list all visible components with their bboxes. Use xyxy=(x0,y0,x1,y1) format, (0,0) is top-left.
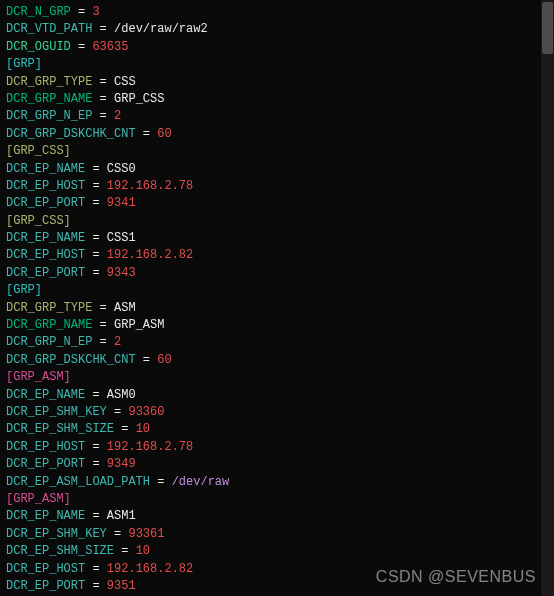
config-line: DCR_EP_HOST = 192.168.2.82 xyxy=(6,247,548,264)
equals-sign: = xyxy=(92,301,114,315)
config-value: 2 xyxy=(114,335,121,349)
equals-sign: = xyxy=(92,92,114,106)
config-key: DCR_VTD_PATH xyxy=(6,22,92,36)
config-value: CSS1 xyxy=(107,231,136,245)
equals-sign: = xyxy=(92,22,114,36)
watermark-text: CSDN @SEVENBUS xyxy=(376,565,536,588)
config-line: DCR_EP_SHM_SIZE = 10 xyxy=(6,421,548,438)
equals-sign: = xyxy=(92,109,114,123)
equals-sign: = xyxy=(85,266,107,280)
config-line: DCR_GRP_DSKCHK_CNT = 60 xyxy=(6,352,548,369)
config-line: DCR_EP_SHM_KEY = 93360 xyxy=(6,404,548,421)
equals-sign: = xyxy=(85,179,107,193)
config-key: DCR_GRP_DSKCHK_CNT xyxy=(6,353,136,367)
equals-sign: = xyxy=(85,440,107,454)
config-key: DCR_EP_NAME xyxy=(6,231,85,245)
equals-sign: = xyxy=(92,75,114,89)
equals-sign: = xyxy=(85,248,107,262)
config-line: DCR_GRP_N_EP = 2 xyxy=(6,108,548,125)
config-key: DCR_EP_PORT xyxy=(6,266,85,280)
equals-sign: = xyxy=(136,127,158,141)
equals-sign: = xyxy=(92,335,114,349)
equals-sign: = xyxy=(71,5,93,19)
config-value: 10 xyxy=(136,544,150,558)
section-header: [GRP_ASM] xyxy=(6,369,548,386)
config-line: DCR_EP_NAME = CSS0 xyxy=(6,161,548,178)
config-value: /dev/raw xyxy=(172,475,230,489)
section-header: [GRP] xyxy=(6,282,548,299)
config-line: DCR_EP_NAME = ASM0 xyxy=(6,387,548,404)
config-key: DCR_EP_PORT xyxy=(6,196,85,210)
config-value: 93360 xyxy=(128,405,164,419)
config-line: DCR_EP_PORT = 9349 xyxy=(6,456,548,473)
config-value: 9343 xyxy=(107,266,136,280)
config-key: DCR_GRP_N_EP xyxy=(6,109,92,123)
config-value: /dev/raw/raw2 xyxy=(114,22,208,36)
equals-sign: = xyxy=(85,457,107,471)
config-key: DCR_EP_HOST xyxy=(6,248,85,262)
config-key: DCR_GRP_TYPE xyxy=(6,301,92,315)
config-value: 9341 xyxy=(107,196,136,210)
config-key: DCR_N_GRP xyxy=(6,5,71,19)
config-line: DCR_GRP_DSKCHK_CNT = 60 xyxy=(6,126,548,143)
config-value: ASM1 xyxy=(107,509,136,523)
config-value: GRP_ASM xyxy=(114,318,164,332)
config-line: DCR_GRP_N_EP = 2 xyxy=(6,334,548,351)
equals-sign: = xyxy=(85,388,107,402)
config-key: DCR_GRP_N_EP xyxy=(6,335,92,349)
config-key: DCR_EP_ASM_LOAD_PATH xyxy=(6,475,150,489)
equals-sign: = xyxy=(85,579,107,593)
config-value: ASM0 xyxy=(107,388,136,402)
config-line: DCR_EP_PORT = 9343 xyxy=(6,265,548,282)
config-key: DCR_EP_SHM_KEY xyxy=(6,527,107,541)
config-line: DCR_GRP_TYPE = CSS xyxy=(6,74,548,91)
config-line: DCR_VTD_PATH = /dev/raw/raw2 xyxy=(6,21,548,38)
section-header: [GRP_CSS] xyxy=(6,143,548,160)
section-header: [GRP] xyxy=(6,56,548,73)
equals-sign: = xyxy=(114,544,136,558)
config-line: DCR_EP_SHM_KEY = 93361 xyxy=(6,526,548,543)
equals-sign: = xyxy=(107,527,129,541)
config-line: DCR_EP_HOST = 192.168.2.78 xyxy=(6,439,548,456)
config-value: 192.168.2.82 xyxy=(107,562,193,576)
terminal-viewport[interactable]: DCR_N_GRP = 3DCR_VTD_PATH = /dev/raw/raw… xyxy=(0,0,554,596)
equals-sign: = xyxy=(136,353,158,367)
config-key: DCR_OGUID xyxy=(6,40,71,54)
config-value: 60 xyxy=(157,127,171,141)
config-value: CSS0 xyxy=(107,162,136,176)
config-key: DCR_GRP_TYPE xyxy=(6,75,92,89)
config-key: DCR_EP_NAME xyxy=(6,509,85,523)
section-header: [GRP_CSS] xyxy=(6,213,548,230)
config-value: 2 xyxy=(114,109,121,123)
config-value: 63635 xyxy=(92,40,128,54)
config-key: DCR_EP_NAME xyxy=(6,388,85,402)
section-header: [GRP_ASM] xyxy=(6,491,548,508)
config-line: DCR_EP_ASM_LOAD_PATH = /dev/raw xyxy=(6,474,548,491)
equals-sign: = xyxy=(150,475,172,489)
equals-sign: = xyxy=(85,196,107,210)
config-key: DCR_EP_NAME xyxy=(6,162,85,176)
config-key: DCR_EP_HOST xyxy=(6,562,85,576)
config-key: DCR_GRP_NAME xyxy=(6,318,92,332)
config-line: DCR_OGUID = 63635 xyxy=(6,39,548,56)
equals-sign: = xyxy=(107,405,129,419)
config-value: 9351 xyxy=(107,579,136,593)
config-value: 10 xyxy=(136,422,150,436)
scrollbar-track[interactable] xyxy=(541,0,554,596)
equals-sign: = xyxy=(85,562,107,576)
config-line: DCR_EP_NAME = ASM1 xyxy=(6,508,548,525)
config-key: DCR_GRP_DSKCHK_CNT xyxy=(6,127,136,141)
config-value: 192.168.2.78 xyxy=(107,440,193,454)
scrollbar-thumb[interactable] xyxy=(542,2,553,54)
config-value: 93361 xyxy=(128,527,164,541)
config-key: DCR_EP_SHM_KEY xyxy=(6,405,107,419)
config-value: GRP_CSS xyxy=(114,92,164,106)
config-line: DCR_GRP_NAME = GRP_ASM xyxy=(6,317,548,334)
config-key: DCR_EP_HOST xyxy=(6,179,85,193)
config-value: 60 xyxy=(157,353,171,367)
config-key: DCR_EP_PORT xyxy=(6,579,85,593)
config-value: 3 xyxy=(92,5,99,19)
equals-sign: = xyxy=(85,162,107,176)
config-line: DCR_GRP_NAME = GRP_CSS xyxy=(6,91,548,108)
equals-sign: = xyxy=(85,231,107,245)
